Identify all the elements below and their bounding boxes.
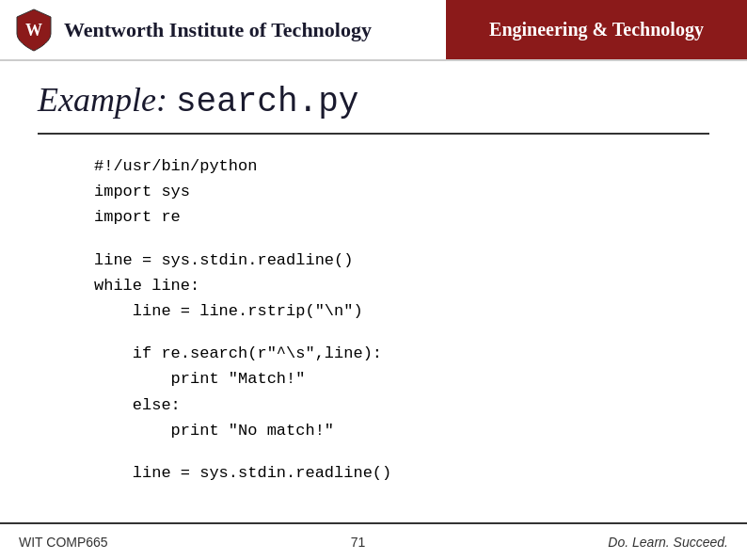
code-gap-1 xyxy=(94,231,709,248)
footer-motto: Do. Learn. Succeed. xyxy=(608,535,728,550)
title-divider xyxy=(38,133,709,135)
slide-title-prefix: Example: xyxy=(38,81,176,119)
code-line-2: import sys xyxy=(94,179,709,204)
footer-page-number: 71 xyxy=(351,535,366,550)
code-gap-2 xyxy=(94,324,709,341)
wit-logo-icon: W xyxy=(15,8,53,53)
code-line-6: line = line.rstrip("\n") xyxy=(94,298,709,324)
code-line-10: print "No match!" xyxy=(94,418,709,443)
footer-course: WIT COMP665 xyxy=(19,535,108,550)
code-line-9: else: xyxy=(94,392,709,418)
header: W Wentworth Institute of Technology Engi… xyxy=(0,0,747,61)
code-line-1: #!/usr/bin/python xyxy=(94,153,709,179)
code-block: #!/usr/bin/python import sys import re l… xyxy=(38,153,709,486)
slide-title: Example: search.py xyxy=(38,80,709,121)
footer: WIT COMP665 71 Do. Learn. Succeed. xyxy=(0,522,747,560)
code-line-11: line = sys.stdin.readline() xyxy=(94,460,709,486)
slide-content: Example: search.py #!/usr/bin/python imp… xyxy=(0,61,747,486)
code-line-8: print "Match!" xyxy=(94,366,709,392)
code-gap-3 xyxy=(94,443,709,460)
code-line-5: while line: xyxy=(94,273,709,298)
department-name: Engineering & Technology xyxy=(489,19,704,40)
slide-title-code: search.py xyxy=(176,83,358,121)
header-left: W Wentworth Institute of Technology xyxy=(0,0,446,59)
code-line-7: if re.search(r"^\s",line): xyxy=(94,341,709,366)
code-line-4: line = sys.stdin.readline() xyxy=(94,248,709,273)
code-line-3: import re xyxy=(94,204,709,230)
header-right: Engineering & Technology xyxy=(446,0,747,59)
institution-name: Wentworth Institute of Technology xyxy=(64,18,372,42)
svg-text:W: W xyxy=(25,21,42,40)
